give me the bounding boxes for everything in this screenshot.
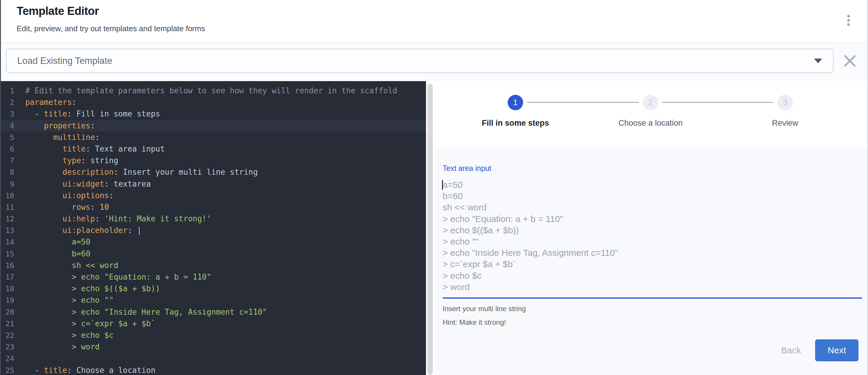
- code-line-content: > echo "Inside Here Tag, Assignment c=11…: [14, 306, 267, 318]
- load-template-select[interactable]: Load Existing Template: [6, 49, 834, 73]
- code-line-content: [14, 353, 25, 364]
- form-section: Text area input a=50 b=60 sh << word > e…: [434, 149, 868, 375]
- code-line-content: > echo $(($a + $b)): [14, 283, 160, 294]
- code-line-content: type: string: [14, 155, 118, 166]
- editor-line: 3 - title: Fill in some steps: [0, 108, 426, 120]
- textarea-placeholder-text: a=50 b=60 sh << word > echo "Equation: a…: [443, 179, 862, 293]
- stepper: 1Fill in some steps2Choose a location3Re…: [434, 81, 868, 149]
- code-line-content: ui:options:: [14, 190, 114, 201]
- line-number: 16: [0, 260, 14, 271]
- editor-line: 2parameters:: [0, 97, 426, 108]
- step-label: Choose a location: [582, 119, 719, 128]
- code-line-content: > echo "": [14, 294, 114, 306]
- code-line-content: - title: Choose a location: [14, 365, 155, 375]
- code-line-content: ui:widget: textarea: [14, 178, 151, 190]
- editor-line: 7 type: string: [0, 155, 426, 166]
- input-focus-underline: [443, 298, 862, 299]
- editor-line: 14 a=50: [0, 236, 426, 248]
- step-circle: 1: [508, 95, 523, 110]
- code-line-content: b=60: [14, 248, 90, 260]
- dropdown-caret-icon: [814, 59, 822, 63]
- code-editor[interactable]: 1# Edit the template parameters below to…: [0, 81, 426, 375]
- editor-line: 19 > echo "": [0, 294, 426, 306]
- code-line-content: rows: 10: [14, 201, 109, 213]
- line-number: 20: [0, 306, 14, 318]
- editor-line: 23 > word: [0, 341, 426, 353]
- step-label: Review: [717, 119, 854, 128]
- code-line-content: multiline:: [14, 132, 99, 143]
- line-number: 24: [0, 353, 14, 364]
- kebab-menu-icon: [847, 23, 850, 26]
- step-label: Fill in some steps: [447, 119, 584, 128]
- code-editor-lines: 1# Edit the template parameters below to…: [0, 85, 426, 375]
- editor-line: 25 - title: Choose a location: [0, 365, 426, 375]
- editor-line: 18 > echo $(($a + $b)): [0, 283, 426, 294]
- step-3: 3Review: [717, 95, 854, 128]
- code-line-content: > echo $c: [14, 330, 114, 341]
- code-line-content: > word: [14, 341, 99, 353]
- editor-line: 10 ui:options:: [0, 190, 426, 201]
- field-description: Insert your multi line string: [443, 305, 862, 313]
- editor-line: 24: [0, 353, 426, 364]
- next-button[interactable]: Next: [815, 339, 859, 361]
- close-icon: [842, 54, 857, 68]
- editor-line: 20 > echo "Inside Here Tag, Assignment c…: [0, 306, 426, 318]
- line-number: 25: [0, 365, 14, 375]
- editor-line: 17 > echo "Equation: a + b = 110": [0, 271, 426, 283]
- select-placeholder: Load Existing Template: [17, 56, 814, 66]
- code-line-content: title: Text area input: [14, 143, 165, 155]
- kebab-menu-icon: [847, 15, 850, 18]
- line-number: 3: [0, 108, 14, 120]
- line-number: 17: [0, 271, 14, 283]
- code-line-content: ui:placeholder: |: [14, 225, 142, 236]
- line-number: 10: [0, 190, 14, 201]
- step-circle: 3: [777, 95, 793, 110]
- line-number: 23: [0, 341, 14, 353]
- template-loader-section: Load Existing Template: [0, 43, 868, 81]
- line-number: 1: [0, 85, 14, 97]
- line-number: 15: [0, 248, 14, 260]
- code-line-content: a=50: [14, 236, 90, 248]
- text-cursor: [442, 180, 443, 190]
- editor-line: 5 multiline:: [0, 132, 426, 143]
- editor-line: 13 ui:placeholder: |: [0, 225, 426, 236]
- code-line-content: # Edit the template parameters below to …: [14, 85, 397, 97]
- line-number: 14: [0, 236, 14, 248]
- code-line-content: > echo "Equation: a + b = 110": [14, 271, 211, 283]
- code-line-content: - title: Fill in some steps: [14, 108, 160, 120]
- code-line-content: properties:: [14, 120, 95, 132]
- step-1: 1Fill in some steps: [447, 95, 584, 128]
- editor-line: 16 sh << word: [0, 260, 426, 271]
- editor-line: 8 description: Insert your multi line st…: [0, 166, 426, 178]
- line-number: 13: [0, 225, 14, 236]
- editor-line: 12 ui:help: 'Hint: Make it strong!': [0, 213, 426, 225]
- editor-scrollbar-thumb[interactable]: [428, 84, 433, 375]
- page-title: Template Editor: [17, 5, 868, 18]
- preview-pane: 1Fill in some steps2Choose a location3Re…: [434, 81, 868, 375]
- kebab-menu-button[interactable]: [842, 11, 855, 30]
- editor-scrollbar-track: [426, 81, 434, 375]
- textarea-input[interactable]: a=50 b=60 sh << word > echo "Equation: a…: [443, 179, 862, 293]
- field-label: Text area input: [443, 164, 862, 173]
- line-number: 22: [0, 330, 14, 341]
- back-button[interactable]: Back: [775, 341, 808, 360]
- clear-selection-button[interactable]: [842, 54, 857, 68]
- page-header: Template Editor Edit, preview, and try o…: [0, 0, 868, 43]
- code-line-content: sh << word: [14, 260, 118, 271]
- wizard-buttons: Back Next: [775, 339, 859, 361]
- editor-line: 4 properties:: [0, 120, 426, 132]
- code-line-content: description: Insert your multi line stri…: [14, 166, 258, 178]
- code-line-content: ui:help: 'Hint: Make it strong!': [14, 213, 211, 225]
- editor-line: 6 title: Text area input: [0, 143, 426, 155]
- line-number: 2: [0, 97, 14, 108]
- line-number: 18: [0, 283, 14, 294]
- editor-line: 9 ui:widget: textarea: [0, 178, 426, 190]
- line-number: 12: [0, 213, 14, 225]
- line-number: 9: [0, 178, 14, 190]
- main-split: 1# Edit the template parameters below to…: [0, 81, 868, 375]
- step-circle: 2: [643, 95, 658, 110]
- line-number: 6: [0, 143, 14, 155]
- editor-line: 22 > echo $c: [0, 330, 426, 341]
- window-left-edge: [0, 0, 1, 375]
- editor-line: 1# Edit the template parameters below to…: [0, 85, 426, 97]
